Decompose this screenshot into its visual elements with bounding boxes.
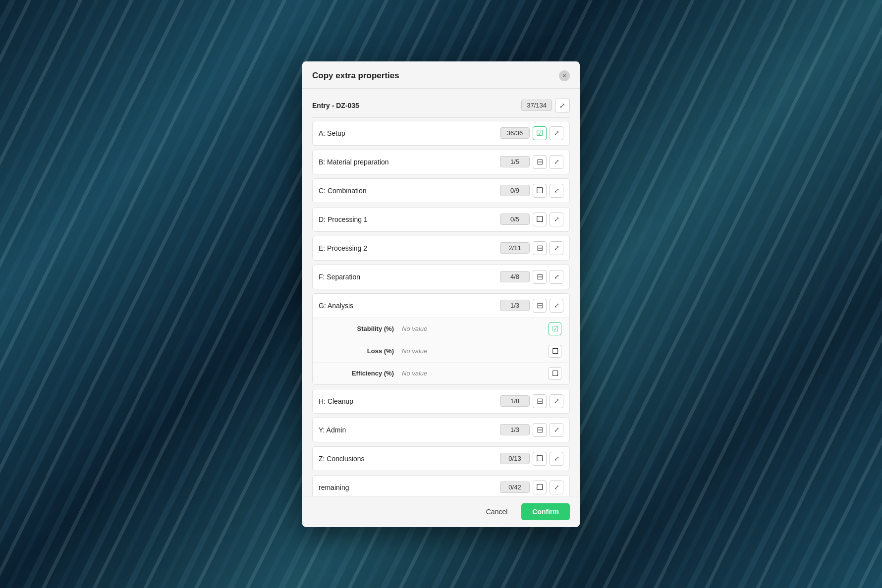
section-count-d: 0/5 <box>500 214 530 225</box>
entry-controls: 37/134 ⤢ <box>521 99 570 112</box>
section-a: A: Setup 36/36 ☑ ⤢ <box>312 121 570 146</box>
section-header-h: H: Cleanup 1/8 ⊟ ⤢ <box>313 389 569 413</box>
section-header-g: G: Analysis 1/3 ⊟ ⤢ <box>313 294 569 318</box>
section-expand-c[interactable]: ⤢ <box>550 184 563 198</box>
sub-checkbox-g-0[interactable]: ☑ <box>549 322 561 335</box>
section-checkbox-e[interactable]: ⊟ <box>533 241 547 255</box>
section-count-e: 2/11 <box>500 242 530 254</box>
sub-items-g: Stability (%) No value ☑ Loss (%) No val… <box>313 318 569 384</box>
section-controls-c: 0/9 ☐ ⤢ <box>500 184 563 198</box>
section-expand-d[interactable]: ⤢ <box>550 213 563 226</box>
section-label-e: E: Processing 2 <box>319 244 367 252</box>
section-e: E: Processing 2 2/11 ⊟ ⤢ <box>312 236 570 261</box>
section-remaining: remaining 0/42 ☐ ⤢ <box>312 475 570 496</box>
section-expand-g[interactable]: ⤢ <box>550 299 563 313</box>
sections-container: A: Setup 36/36 ☑ ⤢ B: Material preparati… <box>312 121 570 496</box>
sub-item-g-2: Efficiency (%) No value ☐ <box>313 363 569 384</box>
sub-checkbox-g-1[interactable]: ☐ <box>549 345 561 358</box>
sub-value-g-1: No value <box>402 347 549 355</box>
section-expand-f[interactable]: ⤢ <box>550 270 563 284</box>
section-checkbox-g[interactable]: ⊟ <box>533 299 547 313</box>
section-checkbox-d[interactable]: ☐ <box>533 213 547 226</box>
section-checkbox-b[interactable]: ⊟ <box>533 155 547 169</box>
section-expand-z[interactable]: ⤢ <box>550 452 563 466</box>
section-controls-h: 1/8 ⊟ ⤢ <box>500 394 563 408</box>
entry-count: 37/134 <box>521 100 552 111</box>
section-controls-a: 36/36 ☑ ⤢ <box>500 126 563 140</box>
section-label-c: C: Combination <box>319 187 367 195</box>
section-y: Y: Admin 1/3 ⊟ ⤢ <box>312 418 570 442</box>
section-expand-b[interactable]: ⤢ <box>550 155 563 169</box>
section-expand-y[interactable]: ⤢ <box>550 423 563 437</box>
section-header-c: C: Combination 0/9 ☐ ⤢ <box>313 179 569 203</box>
section-expand-remaining[interactable]: ⤢ <box>550 481 563 494</box>
section-controls-remaining: 0/42 ☐ ⤢ <box>500 481 563 494</box>
sub-item-g-1: Loss (%) No value ☐ <box>313 340 569 363</box>
section-h: H: Cleanup 1/8 ⊟ ⤢ <box>312 389 570 414</box>
sub-value-g-2: No value <box>402 370 549 377</box>
section-header-d: D: Processing 1 0/5 ☐ ⤢ <box>313 208 569 231</box>
section-b: B: Material preparation 1/5 ⊟ ⤢ <box>312 150 570 174</box>
section-f: F: Separation 4/8 ⊟ ⤢ <box>312 265 570 289</box>
sub-value-g-0: No value <box>402 325 549 332</box>
entry-expand-button[interactable]: ⤢ <box>555 99 570 112</box>
entry-label: Entry - DZ-035 <box>312 102 359 109</box>
section-g: G: Analysis 1/3 ⊟ ⤢ Stability (%) No val… <box>312 293 570 385</box>
section-expand-h[interactable]: ⤢ <box>550 394 563 408</box>
section-checkbox-remaining[interactable]: ☐ <box>533 481 547 494</box>
sub-label-g-0: Stability (%) <box>325 325 394 332</box>
section-checkbox-h[interactable]: ⊟ <box>533 394 547 408</box>
dialog-body: Entry - DZ-035 37/134 ⤢ A: Setup 36/36 ☑… <box>302 89 580 496</box>
section-count-g: 1/3 <box>500 300 530 311</box>
section-label-f: F: Separation <box>319 273 360 281</box>
section-controls-b: 1/5 ⊟ ⤢ <box>500 155 563 169</box>
section-count-f: 4/8 <box>500 271 530 282</box>
section-count-z: 0/13 <box>500 453 530 464</box>
section-label-b: B: Material preparation <box>319 158 389 166</box>
section-count-b: 1/5 <box>500 156 530 167</box>
dialog-title: Copy extra properties <box>312 71 399 81</box>
section-d: D: Processing 1 0/5 ☐ ⤢ <box>312 207 570 232</box>
section-checkbox-a[interactable]: ☑ <box>533 126 547 140</box>
sub-label-g-2: Efficiency (%) <box>325 370 394 377</box>
section-controls-d: 0/5 ☐ ⤢ <box>500 213 563 226</box>
section-expand-a[interactable]: ⤢ <box>550 126 563 140</box>
section-header-remaining: remaining 0/42 ☐ ⤢ <box>313 476 569 496</box>
section-controls-z: 0/13 ☐ ⤢ <box>500 452 563 466</box>
sub-checkbox-g-2[interactable]: ☐ <box>549 367 561 380</box>
dialog-footer: Cancel Confirm <box>302 496 580 527</box>
section-count-h: 1/8 <box>500 395 530 407</box>
dialog-header: Copy extra properties × <box>302 61 580 89</box>
section-label-a: A: Setup <box>319 129 345 137</box>
section-label-remaining: remaining <box>319 483 349 491</box>
section-count-remaining: 0/42 <box>500 481 530 493</box>
section-header-y: Y: Admin 1/3 ⊟ ⤢ <box>313 418 569 442</box>
section-checkbox-y[interactable]: ⊟ <box>533 423 547 437</box>
section-z: Z: Conclusions 0/13 ☐ ⤢ <box>312 446 570 471</box>
sub-item-g-0: Stability (%) No value ☑ <box>313 318 569 340</box>
section-checkbox-z[interactable]: ☐ <box>533 452 547 466</box>
section-controls-e: 2/11 ⊟ ⤢ <box>500 241 563 255</box>
section-label-h: H: Cleanup <box>319 397 353 405</box>
section-checkbox-f[interactable]: ⊟ <box>533 270 547 284</box>
section-label-y: Y: Admin <box>319 426 346 434</box>
section-header-e: E: Processing 2 2/11 ⊟ ⤢ <box>313 236 569 260</box>
section-controls-f: 4/8 ⊟ ⤢ <box>500 270 563 284</box>
section-checkbox-c[interactable]: ☐ <box>533 184 547 198</box>
dialog-overlay: Copy extra properties × Entry - DZ-035 3… <box>0 0 882 588</box>
cancel-button[interactable]: Cancel <box>477 503 517 520</box>
section-expand-e[interactable]: ⤢ <box>550 241 563 255</box>
confirm-button[interactable]: Confirm <box>521 503 570 520</box>
section-count-c: 0/9 <box>500 185 530 196</box>
section-header-a: A: Setup 36/36 ☑ ⤢ <box>313 121 569 145</box>
section-header-f: F: Separation 4/8 ⊟ ⤢ <box>313 265 569 289</box>
section-controls-y: 1/3 ⊟ ⤢ <box>500 423 563 437</box>
sub-label-g-1: Loss (%) <box>325 347 394 355</box>
section-header-b: B: Material preparation 1/5 ⊟ ⤢ <box>313 150 569 174</box>
section-count-y: 1/3 <box>500 424 530 435</box>
section-label-z: Z: Conclusions <box>319 455 365 463</box>
section-header-z: Z: Conclusions 0/13 ☐ ⤢ <box>313 447 569 471</box>
section-label-d: D: Processing 1 <box>319 215 368 223</box>
close-button[interactable]: × <box>559 70 570 81</box>
section-count-a: 36/36 <box>500 127 530 139</box>
